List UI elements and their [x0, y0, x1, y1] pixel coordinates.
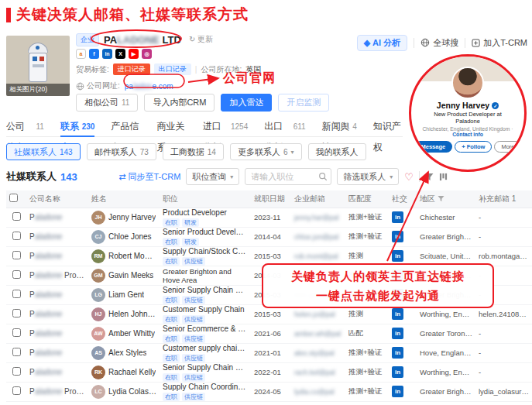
social-icons-row: afinX▶◎: [76, 49, 401, 59]
tab-import-analysis[interactable]: 进口分析1254: [203, 116, 248, 137]
more-button[interactable]: More: [494, 141, 521, 153]
contact-name-cell[interactable]: LGLiam Gent: [88, 285, 160, 304]
filter-funnel-icon[interactable]: [425, 173, 434, 181]
company-cell: Paladone Produc...: [26, 266, 88, 285]
contact-name-cell[interactable]: JHJenny Harvey: [88, 208, 160, 227]
chip-more-contacts[interactable]: 更多联系人6▾: [230, 143, 302, 160]
contact-name-cell[interactable]: CJChloe Jones: [88, 227, 160, 246]
select-all-checkbox[interactable]: [9, 194, 18, 202]
row-checkbox[interactable]: [12, 348, 21, 356]
row-checkbox[interactable]: [12, 328, 21, 337]
company-photo[interactable]: 相关图片(20): [6, 36, 70, 96]
contact-info-link[interactable]: Contact info: [452, 132, 483, 137]
favorite-icon[interactable]: ♡: [404, 171, 414, 183]
company-email-cell: amber.wh@pal: [291, 324, 345, 343]
row-checkbox[interactable]: [12, 386, 21, 395]
contact-name[interactable]: Robert Monta...: [108, 252, 156, 260]
x-icon[interactable]: X: [115, 49, 125, 59]
start-date-cell: 2023-11: [251, 208, 291, 227]
similar-companies-button[interactable]: 相似公司11: [76, 94, 138, 112]
chip-social-contacts[interactable]: 社媒联系人143: [6, 143, 81, 160]
sync-tcrm-button[interactable]: ⇄ 同步至T-CRM: [118, 171, 180, 183]
tab-ip[interactable]: 知识产权: [373, 116, 403, 137]
contact-name-cell[interactable]: RMRobert Monta...: [88, 246, 160, 266]
linkedin-icon[interactable]: in: [392, 328, 403, 339]
tab-export-analysis[interactable]: 出口分析611: [264, 116, 305, 137]
linkedin-icon[interactable]: in: [392, 386, 403, 397]
tab-news[interactable]: 新闻舆情4: [322, 116, 357, 137]
youtube-icon[interactable]: ▶: [129, 49, 139, 59]
contact-name[interactable]: Alex Styles: [108, 348, 146, 357]
filter-contacts-dropdown[interactable]: 筛选联系人▾: [337, 168, 399, 185]
contact-name[interactable]: Gavin Meeks: [108, 271, 153, 280]
contact-name-cell[interactable]: AWAmber Whitty: [88, 324, 160, 343]
linkedin-icon[interactable]: in: [392, 347, 403, 359]
row-checkbox[interactable]: [12, 290, 21, 298]
trade-tag-blue: 出口记录: [154, 63, 191, 75]
job-tag: 研发: [182, 218, 199, 227]
tab-business-relations[interactable]: 商业关系: [157, 116, 187, 137]
instagram-icon[interactable]: ◎: [142, 49, 152, 59]
join-radar-button[interactable]: 加入雷达: [221, 94, 272, 112]
amazon-icon[interactable]: a: [76, 49, 86, 59]
follow-button[interactable]: + Follow: [455, 141, 492, 153]
row-checkbox[interactable]: [12, 309, 21, 317]
linkedin-icon[interactable]: in: [392, 366, 403, 378]
chip-my-contacts[interactable]: 我的联系人: [308, 143, 366, 160]
column-settings-icon[interactable]: [439, 173, 448, 181]
tab-company-info[interactable]: 公司信息11: [6, 116, 44, 137]
social-cell: in: [389, 343, 417, 362]
tab-contacts[interactable]: 联系人230: [60, 116, 94, 137]
company-name-masked: LADONE: [117, 34, 160, 46]
linkedin-icon[interactable]: in: [392, 250, 403, 262]
linkedin-icon[interactable]: in: [102, 49, 112, 59]
row-checkbox[interactable]: [12, 251, 21, 259]
contact-name[interactable]: Rachael Kelly: [108, 368, 156, 376]
contact-name[interactable]: Lydia Colasurdo: [108, 387, 156, 396]
company-cell: Paladone: [26, 208, 88, 227]
filter-funnel-icon[interactable]: [438, 195, 444, 202]
page-title-text: 关键决策人邮箱、社媒等联系方式: [16, 5, 249, 25]
job-tag: 在职: [163, 393, 180, 401]
contact-name[interactable]: Liam Gent: [108, 290, 144, 299]
email-masked: jenny.har@pal: [294, 214, 339, 221]
contact-name-cell[interactable]: GMGavin Meeks: [88, 266, 160, 285]
contact-name-cell[interactable]: HJHelen Johnstone: [88, 304, 160, 324]
company-website-link[interactable]: paladone.com: [125, 82, 173, 91]
tab-products[interactable]: 产品信息: [111, 116, 140, 137]
row-checkbox[interactable]: [12, 367, 21, 376]
join-tcrm-button[interactable]: 加入T-CRM: [472, 37, 527, 49]
contact-name[interactable]: Helen Johnstone: [108, 310, 156, 318]
chip-email-contacts[interactable]: 邮件联系人73: [87, 143, 156, 160]
job-tag: 在职: [163, 296, 180, 304]
website-label: 公司网址:: [87, 81, 120, 91]
monitor-button[interactable]: 开启监测: [278, 94, 329, 112]
contact-name[interactable]: Amber Whitty: [108, 329, 155, 338]
company-email-cell: jenny.har@pal: [291, 208, 345, 227]
message-button[interactable]: Message: [414, 141, 453, 153]
row-select-cell: [6, 227, 26, 246]
contact-name[interactable]: Jenny Harvey: [108, 213, 156, 221]
chip-business-data[interactable]: 工商数据14: [163, 143, 224, 160]
job-title-cell: Supply Chain Coordinator在职供应链: [160, 382, 251, 401]
job-title: Supply Chain Coordinator: [163, 383, 248, 392]
contact-name-cell[interactable]: ASAlex Styles: [88, 343, 160, 362]
contact-name-cell[interactable]: LCLydia Colasurdo: [88, 382, 160, 401]
linkedin-icon[interactable]: in: [392, 308, 403, 320]
row-checkbox[interactable]: [12, 232, 21, 240]
contact-name[interactable]: Chloe Jones: [108, 232, 152, 241]
linkedin-icon[interactable]: in: [392, 211, 403, 223]
facebook-icon[interactable]: f: [89, 49, 99, 59]
position-dropdown[interactable]: 职位查询▾: [186, 168, 239, 185]
email-masked: amber.wh@pal: [294, 330, 341, 338]
global-search-button[interactable]: 全球搜: [420, 37, 458, 49]
row-checkbox[interactable]: [12, 212, 21, 221]
section-title: 社媒联系人: [6, 170, 57, 184]
contact-name-cell[interactable]: RKRachael Kelly: [88, 362, 160, 382]
linkedin-icon[interactable]: in: [392, 231, 403, 242]
globe-icon: [420, 38, 430, 47]
import-crm-button[interactable]: 导入内部CRM: [144, 94, 215, 112]
job-title: Supply Chain/Stock Control: [163, 247, 248, 256]
row-checkbox[interactable]: [12, 270, 21, 279]
refresh-button[interactable]: ↻ 更新: [189, 34, 213, 45]
